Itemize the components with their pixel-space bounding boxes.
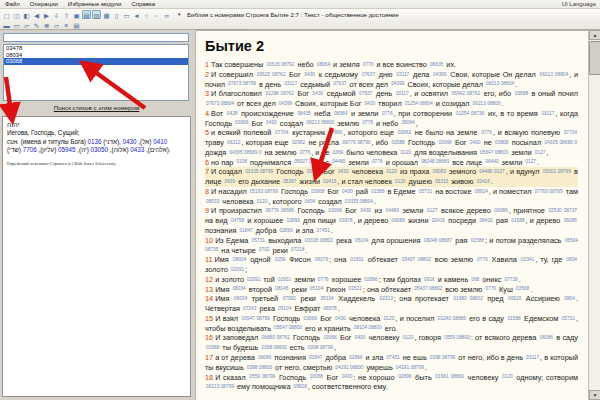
strong-number-link[interactable]: 01588 [510, 218, 525, 223]
strong-number-link[interactable]: 0120 [394, 179, 407, 184]
strong-number-link[interactable]: 0430 [312, 91, 325, 96]
strong-number-link[interactable]: 01588 [470, 238, 485, 243]
strong-number-link[interactable]: 06779 08799 [341, 140, 371, 145]
strong-number-link[interactable]: 02896 [286, 218, 301, 223]
strong-number-link[interactable]: 0430 [359, 208, 372, 213]
book-icon[interactable]: ▤ [72, 20, 81, 29]
strong-number-link[interactable]: 06680 08762 [261, 335, 291, 340]
strong-number-link[interactable]: 0430 [354, 335, 367, 340]
strong-number-link[interactable]: 06578 [322, 306, 337, 311]
strong-number-link[interactable]: 08145 [274, 286, 289, 291]
strong-number-link[interactable]: 06086 [257, 355, 272, 360]
strong-number-link[interactable]: 08248 08689 [420, 159, 450, 164]
strong-number-link[interactable]: 03068 [437, 140, 452, 145]
strong-number-link[interactable]: 0702 [258, 247, 271, 252]
lexicon-strong-link[interactable]: 7706 [23, 146, 37, 153]
vertical-scrollbar[interactable]: ▲ ▼ [588, 30, 600, 400]
strong-number-link[interactable]: 01847 [308, 355, 323, 360]
strong-number-link[interactable]: 05731 [418, 189, 433, 194]
select-all-icon[interactable]: ▤ [82, 10, 91, 19]
strong-number-link[interactable]: 03117 [395, 91, 410, 96]
strong-number-link[interactable]: 05193 08799 [249, 189, 279, 194]
strong-number-link[interactable]: 01931 [349, 257, 364, 262]
new-page-icon[interactable]: ▯ [112, 10, 121, 19]
strong-number-link[interactable]: 0430 [337, 169, 350, 174]
strong-number-link[interactable]: 07704 [563, 130, 578, 135]
frame-icon[interactable]: ▫ [152, 10, 161, 19]
import-icon[interactable]: ⇩ [52, 10, 61, 19]
strong-number-link[interactable]: 0776 [361, 120, 374, 125]
strong-number-link[interactable]: 05437 08802 [413, 286, 443, 291]
strong-number-link[interactable]: 0108 [235, 159, 248, 164]
forward-icon[interactable]: ▶ [42, 10, 51, 19]
strong-number-link[interactable]: 0834 [565, 257, 578, 262]
strong-number-link[interactable]: 05104 [319, 296, 334, 301]
strong-number-link[interactable]: 03240 08686 [437, 316, 467, 321]
strong-number-link[interactable]: 01588 [205, 345, 220, 350]
strong-number-link[interactable]: 068 [470, 277, 480, 282]
strong-number-link[interactable]: 0776 [317, 277, 330, 282]
strong-number-link[interactable]: 06086 [493, 208, 508, 213]
strong-number-link[interactable]: 08034 [232, 257, 247, 262]
strong-number-link[interactable]: 03068 [303, 316, 318, 321]
strong-number-link[interactable]: 03568 [515, 286, 530, 291]
strong-number-link[interactable]: 01847 [238, 228, 253, 233]
strong-number-link[interactable]: 0430 [341, 374, 354, 379]
copy-icon[interactable]: ▣ [72, 10, 81, 19]
strong-number-link[interactable]: 05647 08800 [479, 150, 509, 155]
strong-number-link[interactable]: 03615 08792 [265, 62, 295, 67]
strong-number-link[interactable]: 01521 [347, 286, 362, 291]
audio-icon[interactable]: ◄ [132, 10, 141, 19]
strong-number-link[interactable]: 0559 08800 [443, 335, 471, 340]
search-verses-button[interactable]: Поиск стихов с этим номером [0, 104, 193, 111]
strong-number-link[interactable]: 0776 [484, 286, 497, 291]
strong-number-link[interactable]: 04480 [385, 208, 400, 213]
strong-number-link[interactable]: 07451 [385, 355, 400, 360]
strong-number-link[interactable]: 04191 08800 [334, 365, 364, 370]
strong-number-link[interactable]: 0776 [480, 130, 493, 135]
strong-number-link[interactable]: 0120 [383, 316, 396, 321]
strong-number-link[interactable]: 05927 08799 [293, 159, 323, 164]
strong-number-link[interactable]: 04399 [432, 72, 447, 77]
strong-number-link[interactable]: 08435 [296, 111, 311, 116]
strong-number-link[interactable]: 08432 [478, 218, 493, 223]
strong-number-link[interactable]: 05104 [309, 286, 324, 291]
strong-number-link[interactable]: 0776 [362, 62, 375, 67]
strong-number-link[interactable]: 07637 [358, 91, 373, 96]
strong-number-link[interactable]: 05437 08802 [401, 257, 432, 262]
strong-number-link[interactable]: 06635 [429, 62, 444, 67]
strong-number-link[interactable]: 01288 08762 [264, 91, 295, 96]
lexicon-strong-link[interactable]: 0136 [88, 138, 102, 145]
strong-number-link[interactable]: 0428 [226, 111, 239, 116]
strong-list-item[interactable]: 03068 [4, 58, 188, 65]
stop-icon[interactable]: ○ [142, 10, 151, 19]
strong-number-link[interactable]: 03117 [283, 81, 298, 86]
strong-number-link[interactable]: 03068 [309, 374, 324, 379]
print-icon[interactable]: ▭ [122, 10, 131, 19]
menu-item-операции[interactable]: Операции [25, 1, 63, 7]
strong-number-link[interactable]: 02896 [363, 277, 378, 282]
strong-number-link[interactable]: 03588 [390, 140, 405, 145]
strong-number-link[interactable]: 04305 08689 0 [543, 140, 578, 145]
strong-number-link[interactable]: 02896 [278, 228, 293, 233]
strong-number-link[interactable]: 01931 [277, 277, 292, 282]
strong-number-link[interactable]: 08248 08687 [423, 238, 453, 243]
strong-number-link[interactable]: 04480 0127 [478, 169, 506, 174]
menu-item-справка[interactable]: Справка [126, 1, 160, 7]
strong-number-link[interactable]: 0127 [534, 150, 547, 155]
strong-number-link[interactable]: 07704 [274, 130, 289, 135]
lexicon-strong-link[interactable]: 0410 [153, 138, 167, 145]
strong-number-link[interactable]: 03068 [234, 120, 249, 125]
strong-number-link[interactable]: 06086 [390, 218, 405, 223]
scroll-up-icon[interactable]: ▲ [589, 30, 600, 40]
strong-number-link[interactable]: 0776 [381, 111, 394, 116]
strong-number-link[interactable]: 0430 [334, 316, 347, 321]
strong-number-link[interactable]: 0398 08800 [246, 365, 273, 370]
text-tool-icon[interactable]: ≣ [42, 20, 51, 29]
strong-number-link[interactable]: 08104 08800 [353, 325, 383, 330]
strong-number-link[interactable]: 03808 [494, 140, 509, 145]
strong-number-link[interactable]: 03978 [338, 218, 353, 223]
strong-number-link[interactable]: 08034 [233, 296, 248, 301]
strong-number-link[interactable]: 0804 [563, 296, 576, 301]
strong-number-link[interactable]: 0127 [426, 208, 439, 213]
